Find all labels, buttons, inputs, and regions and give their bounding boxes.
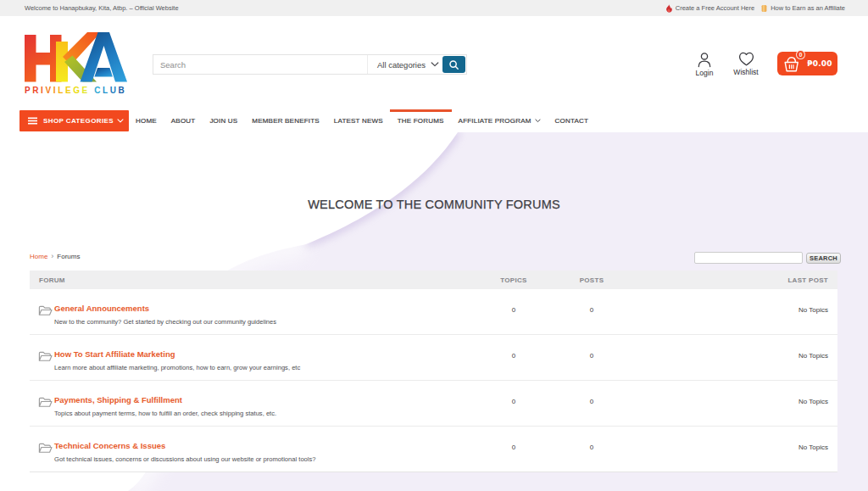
forum-row-topics: 0 (480, 381, 548, 426)
nav-item-latest-news[interactable]: LATEST NEWS (334, 109, 383, 131)
chevron-down-icon (431, 62, 439, 67)
hamburger-icon (28, 117, 37, 125)
forum-search-input[interactable] (694, 252, 803, 264)
forum-row-main: How To Start Affiliate Marketing Learn m… (30, 335, 480, 380)
forum-search-button[interactable]: SEARCH (806, 253, 841, 264)
breadcrumb-home-link[interactable]: Home (30, 253, 47, 260)
forum-row-title[interactable]: How To Start Affiliate Marketing (54, 349, 480, 359)
page-title: WELCOME TO THE COMMUNITY FORUMS (0, 198, 868, 211)
wishlist-button[interactable]: Wishlist (730, 52, 762, 76)
forum-row-last-post: No Topics (636, 427, 837, 471)
forum-row-posts: 0 (548, 427, 636, 471)
topbar-links: Create a Free Account Here How to Earn a… (665, 4, 845, 13)
shop-categories-label: SHOP CATEGORIES (43, 117, 114, 125)
forum-row: How To Start Affiliate Marketing Learn m… (30, 335, 837, 381)
forum-row-title[interactable]: Payments, Shipping & Fulfillment (54, 395, 480, 405)
nav-item-contact[interactable]: CONTACT (555, 109, 588, 131)
nav-item-home[interactable]: HOME (136, 109, 157, 131)
forum-row-posts: 0 (548, 381, 636, 426)
category-dropdown-label: All categories (377, 60, 426, 70)
cart-button[interactable]: ₱0.00 (777, 52, 837, 75)
forum-row-last-post: No Topics (636, 335, 837, 380)
search-input[interactable] (153, 55, 367, 74)
header-posts: POSTS (548, 276, 636, 284)
chevron-down-icon (535, 119, 541, 123)
folder-icon (38, 396, 53, 411)
site-header: PRIVILEGE CLUB All categories Login Wis (0, 16, 868, 109)
user-icon (697, 52, 712, 68)
forum-row-main: General Announcements New to the communi… (30, 289, 480, 334)
forum-list: FORUM TOPICS POSTS LAST POST General Ann… (30, 271, 837, 472)
forum-list-body: General Announcements New to the communi… (30, 289, 837, 472)
product-search-bar: All categories (153, 54, 467, 75)
nav-item-member-benefits[interactable]: MEMBER BENEFITS (252, 109, 319, 131)
nav-menu: HOME ABOUT JOIN US MEMBER BENEFITS LATES… (136, 109, 588, 131)
forum-row-main: Technical Concerns & Issues Got technica… (30, 427, 480, 471)
nav-item-affiliate-program[interactable]: AFFILIATE PROGRAM (459, 109, 541, 131)
main-nav: SHOP CATEGORIES HOME ABOUT JOIN US MEMBE… (0, 109, 868, 132)
folder-icon (38, 442, 53, 457)
forum-list-header: FORUM TOPICS POSTS LAST POST (30, 271, 837, 289)
folder-icon (38, 350, 53, 365)
book-icon (761, 4, 767, 13)
forum-row: Payments, Shipping & Fulfillment Topics … (30, 381, 837, 427)
how-to-earn-label: How to Earn as an Affiliate (771, 4, 845, 12)
chevron-down-icon (117, 119, 124, 123)
forum-row-description: New to the community? Get started by che… (54, 318, 480, 326)
breadcrumb: Home › Forums (30, 252, 80, 260)
forum-row-topics: 0 (480, 335, 548, 380)
search-icon (448, 59, 459, 70)
login-button[interactable]: Login (688, 52, 721, 77)
forum-row-posts: 0 (548, 335, 636, 380)
nav-item-about[interactable]: ABOUT (171, 109, 196, 131)
nav-item-the-forums[interactable]: THE FORUMS (398, 109, 444, 131)
cart-total: ₱0.00 (807, 59, 832, 68)
forum-row-last-post: No Topics (636, 289, 837, 334)
cart-count-badge: 0 (796, 50, 805, 59)
breadcrumb-separator: › (51, 252, 53, 260)
forum-row-posts: 0 (548, 289, 636, 334)
forum-row-title[interactable]: Technical Concerns & Issues (54, 441, 480, 450)
site-logo[interactable]: PRIVILEGE CLUB (19, 31, 130, 98)
forum-row-title[interactable]: General Announcements (54, 304, 480, 313)
forum-row-topics: 0 (480, 289, 548, 334)
topbar: Welcome to Hanapbukay, Kita, Atbp. – Off… (0, 0, 868, 16)
forum-row-last-post: No Topics (636, 381, 837, 426)
shop-categories-button[interactable]: SHOP CATEGORIES (19, 110, 129, 131)
folder-icon (38, 304, 53, 320)
forum-search: SEARCH (694, 252, 841, 264)
login-label: Login (696, 69, 714, 77)
header-forum: FORUM (30, 276, 480, 284)
create-account-label: Create a Free Account Here (676, 4, 754, 12)
search-submit-button[interactable] (442, 56, 465, 73)
forum-row-main: Payments, Shipping & Fulfillment Topics … (30, 381, 480, 426)
heart-icon (738, 52, 754, 67)
breadcrumb-current: Forums (57, 253, 80, 260)
how-to-earn-link[interactable]: How to Earn as an Affiliate (761, 4, 845, 13)
wishlist-label: Wishlist (733, 68, 758, 76)
forum-row: General Announcements New to the communi… (30, 289, 837, 335)
logo-letter-h (25, 35, 62, 82)
logo-subtext: PRIVILEGE CLUB (25, 86, 126, 95)
topbar-welcome-text: Welcome to Hanapbukay, Kita, Atbp. – Off… (25, 4, 179, 12)
forum-row-topics: 0 (480, 427, 548, 471)
create-account-link[interactable]: Create a Free Account Here (665, 4, 754, 13)
forum-row-description: Topics about payment terms, how to fulfi… (54, 410, 480, 417)
category-dropdown[interactable]: All categories (367, 55, 442, 74)
forum-row-description: Learn more about affiliate marketing, pr… (54, 364, 480, 371)
forum-row: Technical Concerns & Issues Got technica… (30, 427, 837, 472)
header-topics: TOPICS (480, 276, 548, 284)
nav-item-join-us[interactable]: JOIN US (209, 109, 237, 131)
header-last-post: LAST POST (636, 276, 837, 284)
flame-icon (665, 4, 672, 13)
forum-row-description: Got technical issues, concerns or discus… (54, 455, 480, 463)
